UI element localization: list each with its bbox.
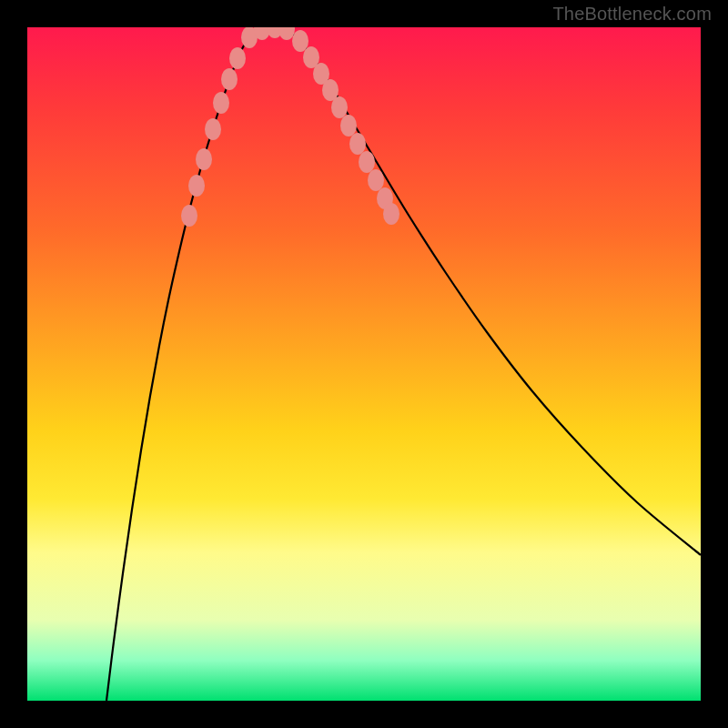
chart-frame: TheBottleneck.com xyxy=(0,0,728,728)
marker-dot xyxy=(188,175,205,197)
marker-dot xyxy=(213,92,229,114)
marker-dot xyxy=(221,68,238,90)
curve-left xyxy=(106,28,260,701)
watermark-text: TheBottleneck.com xyxy=(552,4,712,25)
marker-dot xyxy=(205,118,221,140)
marker-group xyxy=(181,27,399,227)
curve-right xyxy=(287,28,701,555)
marker-dot xyxy=(196,148,212,170)
marker-dot xyxy=(331,96,348,118)
marker-dot xyxy=(359,151,375,173)
marker-dot xyxy=(181,205,197,227)
marker-dot xyxy=(292,30,308,52)
curve-group xyxy=(106,27,701,701)
marker-dot xyxy=(368,169,384,191)
chart-svg xyxy=(27,27,701,701)
marker-dot xyxy=(278,27,295,40)
marker-dot xyxy=(349,133,366,155)
marker-dot xyxy=(340,115,357,136)
marker-dot xyxy=(229,47,246,69)
marker-dot xyxy=(383,203,399,225)
plot-area xyxy=(27,27,701,701)
